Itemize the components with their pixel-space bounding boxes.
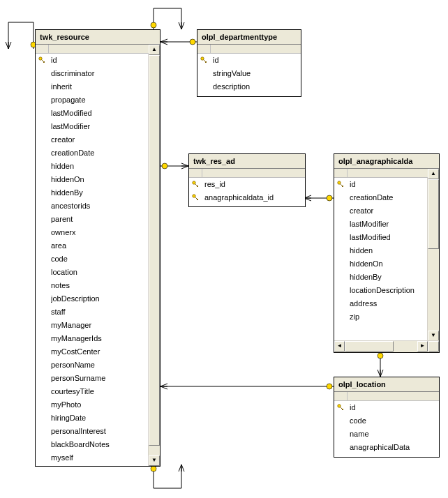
- scroll-thumb[interactable]: [149, 55, 160, 446]
- column-name: ownerx: [51, 226, 146, 239]
- column-row[interactable]: courtesyTitle: [36, 385, 149, 398]
- column-name: hiddenBy: [350, 271, 425, 284]
- table-olpl-anagraphicalda[interactable]: olpl_anagraphicalda ▲ ▼ idcreationDatecr…: [334, 153, 440, 353]
- column-row[interactable]: myManagerIds: [36, 332, 149, 345]
- column-row[interactable]: locationDescription: [334, 284, 428, 297]
- column-row[interactable]: address: [334, 297, 428, 310]
- column-name: creator: [350, 204, 425, 218]
- column-name: anagraphicalData: [350, 441, 436, 454]
- column-icon: [36, 398, 48, 412]
- primary-key-icon: [334, 178, 347, 191]
- column-row[interactable]: staff: [36, 305, 149, 319]
- column-row[interactable]: anagraphicalData: [334, 441, 439, 454]
- column-row[interactable]: area: [36, 239, 149, 252]
- column-row[interactable]: personName: [36, 359, 149, 372]
- column-row[interactable]: hiddenOn: [36, 173, 149, 186]
- scroll-left-button[interactable]: ◄: [334, 341, 345, 352]
- column-name: myManager: [51, 319, 146, 332]
- column-row[interactable]: lastModified: [36, 107, 149, 120]
- column-row[interactable]: zip: [334, 310, 428, 324]
- column-icon: [197, 67, 210, 80]
- scroll-thumb[interactable]: [428, 179, 439, 249]
- column-icon: [197, 80, 210, 93]
- column-row[interactable]: code: [334, 414, 439, 428]
- column-row[interactable]: id: [197, 54, 301, 67]
- column-row[interactable]: personSurname: [36, 372, 149, 385]
- column-icon: [334, 297, 347, 310]
- scroll-down-button[interactable]: ▼: [149, 455, 160, 466]
- column-row[interactable]: creationDate: [36, 146, 149, 160]
- table-twk-res-ad[interactable]: twk_res_ad res_idanagraphicaldata_id: [188, 153, 306, 207]
- column-name: code: [51, 252, 146, 266]
- column-row[interactable]: hidden: [36, 160, 149, 173]
- column-name: area: [51, 239, 146, 252]
- scroll-down-button[interactable]: ▼: [428, 331, 439, 341]
- table-olpl-location[interactable]: olpl_location idcodenameanagraphicalData: [334, 377, 440, 458]
- column-row[interactable]: stringValue: [197, 67, 301, 80]
- table-twk-resource[interactable]: twk_resource ▲ ▼ iddiscriminatorinheritp…: [35, 29, 160, 467]
- column-row[interactable]: blackBoardNotes: [36, 438, 149, 451]
- vertical-scrollbar[interactable]: ▲ ▼: [427, 169, 439, 341]
- column-row[interactable]: ownerx: [36, 226, 149, 239]
- scroll-up-button[interactable]: ▲: [149, 45, 160, 55]
- primary-key-icon: [334, 401, 347, 414]
- column-icon: [334, 204, 347, 218]
- column-name: id: [51, 54, 146, 67]
- scroll-right-button[interactable]: ►: [417, 341, 428, 352]
- column-row[interactable]: lastModifier: [334, 218, 428, 231]
- table-title: twk_res_ad: [189, 154, 305, 169]
- column-row[interactable]: jobDescription: [36, 292, 149, 305]
- horizontal-scrollbar[interactable]: ◄ ►: [334, 340, 439, 352]
- column-row[interactable]: personalInterest: [36, 425, 149, 438]
- vertical-scrollbar[interactable]: ▲ ▼: [148, 45, 160, 466]
- column-row[interactable]: description: [197, 80, 301, 93]
- column-name: personalInterest: [51, 425, 146, 438]
- column-row[interactable]: myCostCenter: [36, 345, 149, 359]
- column-row[interactable]: creator: [334, 204, 428, 218]
- column-row[interactable]: creator: [36, 133, 149, 146]
- column-icon: [36, 319, 48, 332]
- column-row[interactable]: id: [334, 401, 439, 414]
- column-icon: [36, 425, 48, 438]
- column-row[interactable]: res_id: [189, 178, 305, 191]
- column-row[interactable]: code: [36, 252, 149, 266]
- column-row[interactable]: location: [36, 266, 149, 279]
- column-icon: [36, 146, 48, 160]
- column-icon: [36, 252, 48, 266]
- column-row[interactable]: id: [334, 178, 428, 191]
- column-icon: [334, 284, 347, 297]
- column-row[interactable]: myManager: [36, 319, 149, 332]
- column-name: jobDescription: [51, 292, 146, 305]
- column-row[interactable]: hidden: [334, 244, 428, 257]
- column-icon: [36, 372, 48, 385]
- column-row[interactable]: discriminator: [36, 67, 149, 80]
- column-icon: [334, 310, 347, 324]
- column-row[interactable]: hiddenBy: [334, 271, 428, 284]
- column-row[interactable]: myPhoto: [36, 398, 149, 412]
- column-row[interactable]: hiddenOn: [334, 257, 428, 271]
- column-row[interactable]: id: [36, 54, 149, 67]
- column-row[interactable]: lastModifier: [36, 120, 149, 133]
- column-name: notes: [51, 279, 146, 292]
- column-name: lastModifier: [51, 120, 146, 133]
- column-icon: [334, 428, 347, 441]
- column-row[interactable]: anagraphicaldata_id: [189, 191, 305, 204]
- svg-point-5: [378, 353, 383, 359]
- column-icon: [334, 257, 347, 271]
- column-row[interactable]: ancestorids: [36, 199, 149, 213]
- column-row[interactable]: hiringDate: [36, 412, 149, 425]
- column-row[interactable]: propagate: [36, 93, 149, 107]
- column-row[interactable]: lastModified: [334, 231, 428, 244]
- scroll-up-button[interactable]: ▲: [428, 169, 439, 179]
- column-row[interactable]: myself: [36, 451, 149, 465]
- column-row[interactable]: inherit: [36, 80, 149, 93]
- column-row[interactable]: parent: [36, 213, 149, 226]
- table-olpl-departmenttype[interactable]: olpl_departmenttype idstringValuedescrip…: [197, 29, 301, 97]
- column-icon: [36, 332, 48, 345]
- column-row[interactable]: name: [334, 428, 439, 441]
- column-row[interactable]: creationDate: [334, 191, 428, 204]
- scroll-thumb[interactable]: [345, 341, 394, 352]
- column-name: hiddenOn: [51, 173, 146, 186]
- column-row[interactable]: notes: [36, 279, 149, 292]
- column-row[interactable]: hiddenBy: [36, 186, 149, 199]
